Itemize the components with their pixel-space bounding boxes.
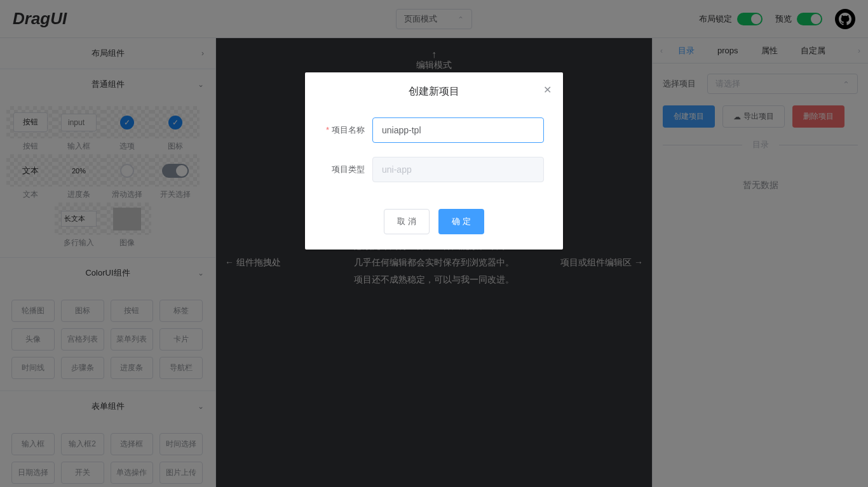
modal-overlay[interactable]: 创建新项目 ✕ *项目名称 项目类型 取 消 确 定: [0, 0, 868, 487]
project-name-label: *项目名称: [324, 124, 372, 136]
project-type-input: [372, 157, 544, 182]
dialog-title: 创建新项目: [409, 86, 459, 97]
close-icon[interactable]: ✕: [543, 84, 552, 96]
project-type-label: 项目类型: [324, 164, 372, 175]
confirm-button[interactable]: 确 定: [438, 209, 484, 234]
cancel-button[interactable]: 取 消: [384, 209, 430, 234]
project-name-input[interactable]: [372, 117, 544, 143]
create-project-dialog: 创建新项目 ✕ *项目名称 项目类型 取 消 确 定: [305, 72, 563, 250]
